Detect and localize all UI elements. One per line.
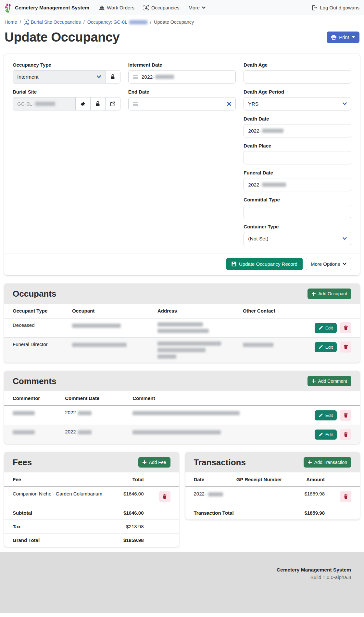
breadcrumb-home[interactable]: Home <box>5 19 17 25</box>
delete-button[interactable] <box>340 322 351 333</box>
edit-button[interactable]: Edit <box>315 323 337 333</box>
redacted-text <box>155 75 174 79</box>
form-footer: Update Occupancy Record More Options <box>4 253 360 275</box>
breadcrumb-burial-site-occupancies[interactable]: Burial Site Occupancies <box>24 19 81 25</box>
plus-icon <box>308 460 312 464</box>
add-comment-button[interactable]: Add Comment <box>308 376 351 386</box>
tax-value: $213.98 <box>107 520 148 533</box>
delete-button[interactable] <box>159 491 170 502</box>
column-header: Date <box>185 472 232 487</box>
edit-button[interactable]: Edit <box>315 342 337 352</box>
save-icon <box>232 262 236 266</box>
field-death-age-period: Death Age Period YRS <box>244 89 351 110</box>
navbar-brand[interactable]: Cemetery Management System <box>5 3 89 13</box>
occupancy-type-lock-button[interactable] <box>106 70 120 84</box>
clear-x-icon[interactable] <box>227 102 231 106</box>
breadcrumb-occupancy[interactable]: Occupancy: GC-0L <box>87 19 147 25</box>
caret-down-icon <box>352 36 355 38</box>
burial-site-open-link-button[interactable] <box>106 97 120 110</box>
trash-icon <box>344 325 348 330</box>
edit-button[interactable]: Edit <box>315 410 337 420</box>
nav-item-occupancies[interactable]: Occupancies <box>144 5 180 10</box>
delete-button[interactable] <box>340 410 351 421</box>
add-transaction-button[interactable]: Add Transaction <box>304 457 351 468</box>
occupants-section: Occupants Add Occupant Occupant Type Occ… <box>4 284 360 363</box>
edit-button[interactable]: Edit <box>315 430 337 440</box>
fee-total-cell: $1646.00 <box>107 487 148 506</box>
edit-label: Edit <box>325 432 333 437</box>
trash-icon <box>344 494 348 499</box>
chevron-down-icon <box>343 237 347 240</box>
add-fee-button[interactable]: Add Fee <box>138 457 170 468</box>
occupancy-form: Occupancy Type Interment <box>4 54 360 253</box>
add-occupant-button[interactable]: Add Occupant <box>308 289 351 299</box>
redacted-text <box>72 324 121 328</box>
redacted-text <box>157 354 176 359</box>
redacted-text <box>262 129 283 133</box>
other-contact-cell <box>239 338 303 363</box>
funeral-date-input[interactable]: 2022- <box>244 178 351 191</box>
trash-icon <box>344 413 348 418</box>
column-header: Occupant <box>68 304 154 318</box>
pencil-icon <box>319 413 323 418</box>
committal-type-input[interactable] <box>244 205 351 218</box>
navbar-links: Work Orders Occupancies More <box>99 5 206 10</box>
other-contact-cell <box>239 318 303 338</box>
column-header: Amount <box>290 472 329 487</box>
more-options-button[interactable]: More Options <box>306 258 351 270</box>
tax-label: Tax <box>4 520 107 533</box>
breadcrumb-separator: / <box>150 19 151 25</box>
redacted-text <box>13 411 35 415</box>
plus-icon <box>143 460 146 464</box>
column-header: Comment Date <box>61 391 129 405</box>
field-container-type: Container Type (Not Set) <box>244 224 351 245</box>
comment-cell <box>129 405 303 425</box>
transactions-section: Transactions Add Transaction Date GP Rec… <box>185 452 360 520</box>
committal-type-label: Committal Type <box>244 197 351 203</box>
delete-button[interactable] <box>340 491 351 502</box>
update-occupancy-record-button[interactable]: Update Occupancy Record <box>226 258 303 270</box>
comment-date-value: 2022 <box>65 429 76 434</box>
add-comment-label: Add Comment <box>318 379 347 384</box>
burial-site-input[interactable]: GC-0L- <box>13 97 76 110</box>
nav-item-more[interactable]: More <box>189 5 206 10</box>
trash-icon <box>162 494 167 499</box>
end-date-input[interactable] <box>128 97 236 110</box>
page-title: Update Occupancy <box>5 29 119 45</box>
print-button[interactable]: Print <box>327 32 359 43</box>
death-age-input[interactable] <box>244 70 351 84</box>
field-committal-type: Committal Type <box>244 197 351 218</box>
unlock-icon <box>110 74 115 80</box>
column-header: Total <box>107 472 148 487</box>
fees-table: Fee Total Companion Niche - Garden Colum… <box>4 472 179 547</box>
grand-total-value: $1859.98 <box>107 533 148 547</box>
delete-button[interactable] <box>340 341 351 353</box>
field-occupancy-type: Occupancy Type Interment <box>13 62 120 84</box>
burial-site-lock-button[interactable] <box>91 97 106 110</box>
burial-site-clear-button[interactable] <box>76 97 91 110</box>
plus-icon <box>312 292 316 296</box>
transaction-amount-cell: $1859.98 <box>290 487 329 506</box>
add-occupant-label: Add Occupant <box>318 291 347 296</box>
logout-button[interactable]: Log Out d.gowans <box>312 5 359 10</box>
edit-label: Edit <box>325 326 333 330</box>
interment-date-label: Interment Date <box>128 62 236 68</box>
death-age-period-select[interactable]: YRS <box>244 97 351 110</box>
brand-label: Cemetery Management System <box>15 5 89 11</box>
row-actions: Edit <box>307 410 351 421</box>
redacted-text <box>78 430 92 434</box>
container-type-label: Container Type <box>244 224 351 230</box>
redacted-text <box>262 183 286 187</box>
death-age-label: Death Age <box>244 62 351 68</box>
form-column-1: Occupancy Type Interment <box>13 62 120 251</box>
update-occupancy-record-label: Update Occupancy Record <box>239 261 297 267</box>
breadcrumb-current: Update Occupancy <box>154 19 194 25</box>
occupancy-type-select[interactable]: Interment <box>13 70 106 84</box>
comments-table: Commentor Comment Date Comment 2022 Edit <box>4 391 360 444</box>
death-date-input[interactable]: 2022- <box>244 124 351 137</box>
nav-item-work-orders[interactable]: Work Orders <box>99 5 134 10</box>
death-place-input[interactable] <box>244 151 351 164</box>
container-type-select[interactable]: (Not Set) <box>244 232 351 245</box>
delete-button[interactable] <box>340 429 351 440</box>
interment-date-input[interactable]: 2022- <box>128 70 236 84</box>
